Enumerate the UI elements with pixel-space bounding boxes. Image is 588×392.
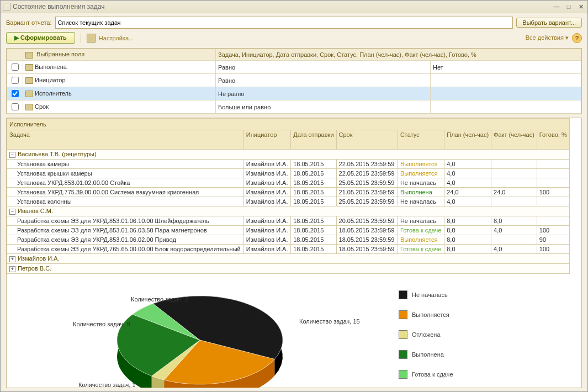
cell-done (537, 197, 569, 206)
cell-init: Измайлов И.А. (243, 169, 290, 178)
group-expander[interactable]: − (9, 152, 15, 158)
cell-status: Выполняется (398, 235, 444, 245)
cell-due: 21.05.2015 23:59:59 (336, 188, 398, 197)
filter-field-icon (25, 64, 33, 71)
filter-val[interactable]: Нет (431, 61, 581, 74)
maximize-button[interactable]: □ (564, 3, 573, 10)
group-expander[interactable]: + (9, 266, 15, 272)
cell-sent: 18.05.2015 (291, 188, 336, 197)
table-row[interactable]: Разработка схемы ЭЗ для УКРД.853.01.06.0… (7, 226, 570, 235)
cell-due: 20.05.2015 23:59:59 (336, 216, 398, 226)
settings-link[interactable]: Настройка... (99, 35, 134, 41)
filter-val[interactable] (431, 100, 581, 114)
col-plan[interactable]: План (чел-час) (444, 130, 491, 150)
cell-done (537, 178, 569, 188)
report-area[interactable]: Исполнитель Задача Инициатор Дата отправ… (6, 118, 582, 388)
cell-status: Выполнена (398, 188, 444, 197)
filters-header-fields: Выбранные поля (36, 51, 84, 57)
settings-icon (87, 34, 96, 43)
filter-field-icon (25, 77, 33, 84)
cell-sent: 18.05.2015 (291, 235, 336, 245)
col-done[interactable]: Готово, % (537, 130, 569, 150)
cell-done: 90 (537, 235, 569, 245)
cell-plan: 8,0 (444, 235, 491, 245)
filter-op[interactable]: Равно (216, 74, 431, 87)
cell-init: Измайлов И.А. (243, 226, 290, 235)
cell-init: Измайлов И.А. (243, 178, 290, 188)
cell-sent: 18.05.2015 (291, 226, 336, 235)
cell-task: Установка колонны (7, 197, 244, 206)
filter-check[interactable] (12, 90, 19, 97)
table-row[interactable]: Разработка схемы ЭЗ для УКРД.765.65.00.0… (7, 245, 570, 254)
filter-field-name: Срок (35, 103, 49, 110)
filter-val[interactable] (431, 87, 581, 100)
titlebar: Состояние выполнения задач — □ ✕ (1, 1, 587, 13)
col-status[interactable]: Статус (398, 130, 444, 150)
cell-init: Измайлов И.А. (243, 245, 290, 254)
cell-status: Не началась (398, 178, 444, 188)
col-sent[interactable]: Дата отправки (291, 130, 336, 150)
filters-panel: Выбранные поля Задача, Инициатор, Дата о… (6, 48, 582, 114)
cell-plan: 4,0 (444, 197, 491, 206)
filter-op[interactable]: Больше или равно (216, 100, 431, 114)
toolbar: Сформировать Настройка... Все действия ▾… (1, 32, 587, 47)
group-expander[interactable]: + (9, 256, 15, 262)
filter-op[interactable]: Равно (216, 61, 431, 74)
cell-fact (491, 178, 537, 188)
choose-variant-button[interactable]: Выбрать вариант... (516, 18, 582, 28)
cell-fact: 4,0 (491, 226, 537, 235)
filter-check[interactable] (12, 77, 19, 84)
cell-task: Установка камеры (7, 160, 244, 169)
group-name: Измайлов И.А. (18, 255, 60, 262)
variant-row: Вариант отчета: Выбрать вариант... (1, 13, 587, 32)
minimize-button[interactable]: — (552, 3, 561, 10)
cell-plan: 24,0 (444, 188, 491, 197)
cell-status: Выполняется (398, 169, 444, 178)
filter-check[interactable] (12, 103, 19, 110)
table-row[interactable]: Установка крышки камерыИзмайлов И.А.18.0… (7, 169, 570, 178)
filters-header-desc: Задача, Инициатор, Дата отправки, Срок, … (216, 49, 581, 61)
col-performer[interactable]: Исполнитель (7, 119, 570, 130)
cell-fact: 8,0 (491, 216, 537, 226)
all-actions-label: Все действия (526, 34, 564, 41)
form-button[interactable]: Сформировать (6, 32, 75, 44)
table-row[interactable]: Установка УКРД.775.39.00.00.00 Система в… (7, 188, 570, 197)
table-row[interactable]: Установка камерыИзмайлов И.А.18.05.20152… (7, 160, 570, 169)
col-fact[interactable]: Факт (чел-час) (491, 130, 537, 150)
filter-field-name: Выполнена (35, 63, 67, 70)
cell-task: Разработка схемы ЭЗ для УКРД.765.65.00.0… (7, 245, 244, 254)
table-row[interactable]: Установка колонныИзмайлов И.А.18.05.2015… (7, 197, 570, 206)
filter-field-icon (25, 104, 33, 110)
cell-task: Разработка схемы ЭЗ для УКРД.853.01.06.0… (7, 226, 244, 235)
close-button[interactable]: ✕ (576, 3, 585, 10)
cell-done: 100 (537, 245, 569, 254)
col-task[interactable]: Задача (7, 130, 244, 150)
all-actions-link[interactable]: Все действия ▾ (526, 34, 569, 41)
legend-label: Не началась (412, 292, 448, 298)
col-initiator[interactable]: Инициатор (243, 130, 290, 150)
cell-done (537, 160, 569, 169)
cell-due: 18.05.2015 23:59:59 (336, 226, 398, 235)
col-due[interactable]: Срок (336, 130, 398, 150)
table-row[interactable]: Разработка схемы ЭЗ для УКРД.853.01.06.0… (7, 235, 570, 245)
fields-icon (25, 52, 33, 59)
cell-fact (491, 197, 537, 206)
help-icon[interactable]: ? (572, 33, 582, 43)
group-expander[interactable]: − (9, 209, 15, 215)
table-row[interactable]: Разработка схемы ЭЗ для УКРД.853.01.06.1… (7, 216, 570, 226)
cell-init: Измайлов И.А. (243, 188, 290, 197)
cell-status: Готова к сдаче (398, 226, 444, 235)
filter-op[interactable]: Не равно (216, 87, 431, 100)
window-title: Состояние выполнения задач (10, 3, 552, 10)
filter-val[interactable] (431, 74, 581, 87)
table-row[interactable]: Установка УКРД.853.01.02.00.00 СтойкаИзм… (7, 178, 570, 188)
window-icon (3, 3, 10, 10)
variant-input[interactable] (55, 17, 513, 29)
cell-due: 25.05.2015 23:59:59 (336, 197, 398, 206)
legend-swatch (399, 370, 407, 379)
cell-status: Выполняется (398, 160, 444, 169)
cell-fact (491, 169, 537, 178)
filter-field-name: Инициатор (35, 77, 66, 83)
variant-label: Вариант отчета: (6, 19, 52, 26)
filter-check[interactable] (12, 63, 19, 71)
